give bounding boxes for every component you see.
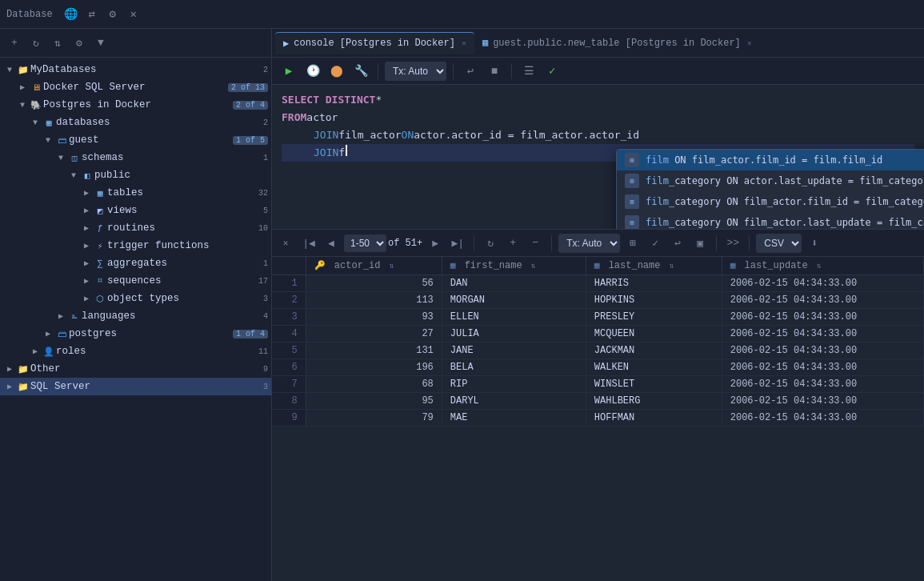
- autocomplete-item[interactable]: ⊞ film_category ON film_actor.last_updat…: [617, 212, 924, 229]
- sidebar-item-languages[interactable]: ▶ ⎁ languages 4: [0, 307, 271, 325]
- table-row[interactable]: 4 27 JULIA MCQUEEN 2006-02-15 04:34:33.0…: [272, 326, 924, 343]
- prev-page-button[interactable]: ◀: [322, 234, 341, 253]
- col-rownum: [272, 257, 306, 275]
- next-page-button[interactable]: ▶: [426, 234, 445, 253]
- code-line-2: FROM actor: [282, 109, 914, 126]
- close-grid-button[interactable]: ✕: [278, 236, 293, 250]
- cell-first-name: DAN: [442, 275, 586, 292]
- arrow-icon: ▼: [67, 171, 80, 180]
- sidebar-item-schemas[interactable]: ▼ ◫ schemas 1: [0, 149, 271, 166]
- cell-first-name: ELLEN: [442, 309, 586, 326]
- autocomplete-item[interactable]: ⊞ film_category ON film_actor.film_id = …: [617, 191, 924, 212]
- autocomplete-item[interactable]: ⊞ film ON film_actor.film_id = film.film…: [617, 150, 924, 170]
- filter-button[interactable]: ▼: [91, 34, 110, 53]
- export-select[interactable]: CSV: [756, 234, 802, 253]
- add-connection-button[interactable]: +: [5, 34, 24, 53]
- table-row[interactable]: 8 95 DARYL WAHLBERG 2006-02-15 04:34:33.…: [272, 393, 924, 410]
- download-button[interactable]: ⬇: [805, 234, 824, 253]
- table-row[interactable]: 5 131 JANE JACKMAN 2006-02-15 04:34:33.0…: [272, 343, 924, 359]
- sidebar-item-docker-sql[interactable]: ▶ 🖥 Docker SQL Server 2 of 13: [0, 78, 271, 96]
- sidebar-item-sequences[interactable]: ▶ ⌗ sequences 17: [0, 272, 271, 290]
- sidebar-item-routines[interactable]: ▶ ƒ routines 10: [0, 219, 271, 237]
- cell-first-name: BELA: [442, 359, 586, 376]
- stop-button[interactable]: ■: [484, 61, 505, 82]
- col-last-update[interactable]: ▦ last_update ⇅: [722, 257, 923, 275]
- tab-table[interactable]: ▦ guest.public.new_table [Postgres in Do…: [474, 32, 760, 54]
- gear-icon[interactable]: ⚙: [104, 6, 122, 23]
- sidebar-item-roles[interactable]: ▶ 👤 roles 11: [0, 343, 271, 360]
- cell-actor-id: 95: [306, 393, 442, 410]
- last-page-button[interactable]: ▶|: [448, 234, 467, 253]
- cancel-button[interactable]: ⬤: [326, 61, 347, 82]
- grid-check-button[interactable]: ✓: [646, 234, 665, 253]
- table-row[interactable]: 9 79 MAE HOFFMAN 2006-02-15 04:34:33.00: [272, 410, 924, 427]
- settings-button[interactable]: ⚙: [70, 34, 89, 53]
- first-page-button[interactable]: |◀: [299, 234, 318, 253]
- add-row-button[interactable]: +: [503, 234, 522, 253]
- sidebar-item-postgres[interactable]: ▶ 🗃 postgres 1 of 4: [0, 325, 271, 343]
- run-button[interactable]: ▶: [278, 61, 299, 82]
- sidebar-item-postgres-docker[interactable]: ▼ 🐘 Postgres in Docker 2 of 4: [0, 96, 271, 114]
- grid-undo-button[interactable]: ↩: [668, 234, 687, 253]
- table-row[interactable]: 3 93 ELLEN PRESLEY 2006-02-15 04:34:33.0…: [272, 309, 924, 326]
- sidebar-item-label: roles: [56, 346, 255, 357]
- refresh-button[interactable]: ↻: [481, 234, 500, 253]
- sidebar-item-object-types[interactable]: ▶ ⬡ object types 3: [0, 290, 271, 307]
- separator: [474, 235, 474, 251]
- sidebar-item-label: guest: [69, 134, 230, 146]
- sidebar-item-public[interactable]: ▼ ◧ public: [0, 166, 271, 184]
- sidebar-item-guest[interactable]: ▼ 🗃 guest 1 of 5: [0, 131, 271, 149]
- sidebar-item-aggregates[interactable]: ▶ ∑ aggregates 1: [0, 254, 271, 272]
- history-button[interactable]: 🕐: [302, 61, 323, 82]
- arrow-icon: ▶: [80, 258, 93, 268]
- tab-close-button[interactable]: ✕: [462, 38, 466, 48]
- sort-icon: ⇅: [817, 262, 822, 270]
- code-line-1: SELECT DISTINCT *: [282, 91, 914, 109]
- grid-expand-button[interactable]: >>: [723, 234, 742, 253]
- sidebar-item-databases[interactable]: ▼ ▦ databases 2: [0, 114, 271, 131]
- table-header-row: 🔑 actor_id ⇅ ▦ first_name ⇅ ▦: [272, 257, 924, 275]
- tx-select[interactable]: Tx: Auto: [385, 62, 446, 81]
- ac-item-text: film ON film_actor.film_id = film.film_i…: [646, 151, 924, 169]
- tab-label: console [Postgres in Docker]: [294, 38, 455, 49]
- code-editor[interactable]: SELECT DISTINCT * FROM actor JOIN film_a…: [272, 85, 924, 229]
- sidebar-item-trigger-functions[interactable]: ▶ ⚡ trigger functions: [0, 237, 271, 254]
- page-size-select[interactable]: 1-50: [344, 234, 386, 252]
- close-icon[interactable]: ✕: [125, 6, 142, 23]
- sidebar-item-sql-server[interactable]: ▶ 📁 SQL Server 3: [0, 378, 271, 395]
- sidebar-toolbar: + ↻ ⇅ ⚙ ▼: [0, 29, 271, 58]
- sidebar-item-views[interactable]: ▶ ◩ views 5: [0, 202, 271, 219]
- sidebar-item-label: routines: [107, 222, 255, 234]
- tab-console[interactable]: ▶ console [Postgres in Docker] ✕: [275, 32, 474, 54]
- autocomplete-item[interactable]: ⊞ film_category ON actor.last_update = f…: [617, 170, 924, 191]
- refresh-button[interactable]: ↻: [26, 34, 46, 53]
- sidebar-tree: ▼ 📁 MyDatabases 2 ▶ 🖥 Docker SQL Server …: [0, 58, 271, 581]
- explain-button[interactable]: 🔧: [350, 61, 371, 82]
- grid-tx-select[interactable]: Tx: Auto: [558, 234, 620, 253]
- sidebar-item-label: Other: [30, 363, 260, 375]
- delete-row-button[interactable]: −: [526, 234, 545, 253]
- sidebar-item-other[interactable]: ▶ 📁 Other 9: [0, 360, 271, 378]
- col-first-name[interactable]: ▦ first_name ⇅: [442, 257, 586, 275]
- table-icon: ▦: [482, 37, 488, 49]
- grid-users-button[interactable]: ⊞: [623, 234, 642, 253]
- col-actor-id[interactable]: 🔑 actor_id ⇅: [306, 257, 442, 275]
- sidebar-badge: 2: [263, 66, 268, 74]
- split-icon[interactable]: ⇄: [83, 6, 101, 23]
- arrange-button[interactable]: ⇅: [48, 34, 67, 53]
- sidebar-item-my-databases[interactable]: ▼ 📁 MyDatabases 2: [0, 61, 271, 78]
- grid-apply-button[interactable]: ▣: [690, 234, 710, 253]
- globe-icon[interactable]: 🌐: [62, 6, 80, 23]
- sidebar-item-tables[interactable]: ▶ ▦ tables 32: [0, 184, 271, 202]
- table-row[interactable]: 7 68 RIP WINSLET 2006-02-15 04:34:33.00: [272, 376, 924, 393]
- undo-button[interactable]: ↩: [460, 61, 481, 82]
- tab-close-button[interactable]: ✕: [747, 38, 752, 48]
- col-last-name[interactable]: ▦ last_name ⇅: [586, 257, 722, 275]
- menu-button[interactable]: ☰: [518, 61, 539, 82]
- sidebar-badge: 3: [263, 295, 268, 303]
- table-row[interactable]: 6 196 BELA WALKEN 2006-02-15 04:34:33.00: [272, 359, 924, 376]
- ac-match-text: film: [646, 196, 669, 207]
- table-row[interactable]: 2 113 MORGAN HOPKINS 2006-02-15 04:34:33…: [272, 292, 924, 309]
- sort-icon: ⇅: [531, 262, 536, 270]
- table-row[interactable]: 1 56 DAN HARRIS 2006-02-15 04:34:33.00: [272, 275, 924, 292]
